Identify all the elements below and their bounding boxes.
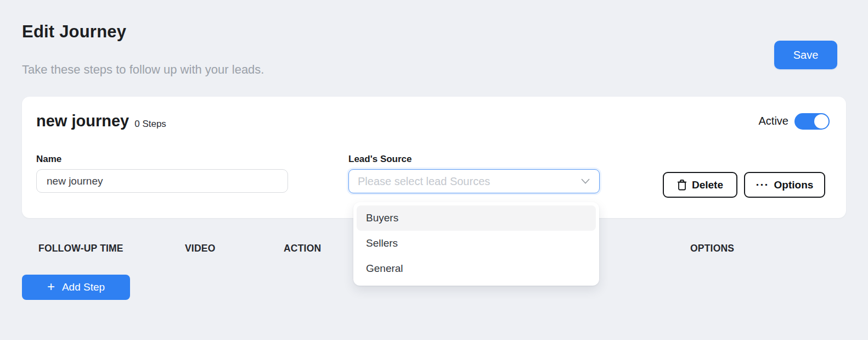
options-button[interactable]: ··· Options	[744, 172, 825, 198]
column-header-action: ACTION	[284, 243, 321, 254]
journey-name-input[interactable]	[36, 169, 288, 193]
plus-icon: +	[47, 279, 55, 294]
toggle-knob	[814, 114, 828, 129]
page-title: Edit Journey	[22, 22, 126, 42]
journey-steps-count: 0 Steps	[134, 119, 166, 130]
options-button-label: Options	[774, 179, 814, 191]
dropdown-option-sellers[interactable]: Sellers	[357, 231, 596, 256]
name-field-label: Name	[36, 154, 288, 165]
add-step-button[interactable]: + Add Step	[22, 275, 130, 300]
save-button[interactable]: Save	[774, 41, 837, 69]
trash-icon	[677, 179, 687, 191]
dropdown-option-general[interactable]: General	[357, 256, 596, 281]
lead-source-field-label: Lead's Source	[348, 154, 600, 165]
journey-name: new journey	[36, 112, 129, 130]
journey-card: new journey 0 Steps Active Name Lead's S…	[22, 97, 846, 218]
page-subtitle: Take these steps to follow up with your …	[22, 63, 264, 77]
active-toggle[interactable]	[794, 113, 830, 130]
delete-button[interactable]: Delete	[663, 172, 737, 198]
lead-source-select[interactable]: Please select lead Sources	[348, 169, 600, 193]
journey-card-header: new journey 0 Steps Active	[36, 112, 830, 130]
active-toggle-group: Active	[759, 113, 830, 130]
lead-source-placeholder: Please select lead Sources	[358, 175, 490, 188]
dropdown-option-buyers[interactable]: Buyers	[357, 205, 596, 231]
column-header-followup-time: FOLLOW-UP TIME	[38, 243, 123, 254]
ellipsis-icon: ···	[756, 178, 769, 191]
column-header-options: OPTIONS	[690, 243, 734, 254]
add-step-button-label: Add Step	[62, 281, 105, 293]
chevron-down-icon	[580, 178, 590, 185]
lead-source-field-group: Lead's Source Please select lead Sources	[348, 154, 600, 193]
column-header-video: VIDEO	[185, 243, 215, 254]
delete-button-label: Delete	[692, 179, 723, 191]
lead-source-dropdown: Buyers Sellers General	[353, 202, 599, 286]
name-field-group: Name	[36, 154, 288, 193]
active-label: Active	[759, 115, 788, 127]
